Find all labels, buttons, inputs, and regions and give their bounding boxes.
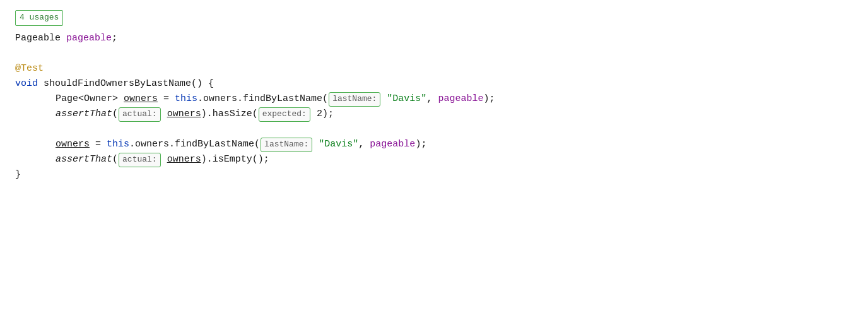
eq2: = [90,137,107,152]
usages-badge-line: 4 usages [15,10,853,28]
assert-that-2: assertThat [56,152,112,167]
space-actual-2 [161,152,167,167]
pageable-ref-1: pageable [438,92,483,107]
empty-line-2 [15,122,853,137]
test-annotation: @Test [15,61,44,76]
pageable-ref-2: pageable [370,137,415,152]
line-pageable: Pageable pageable; [15,31,853,46]
is-empty-2: ).isEmpty(); [201,152,269,167]
line-method-sig: void shouldFindOwnersByLastName() { [15,76,853,92]
usages-badge[interactable]: 4 usages [15,10,63,26]
close-paren-1: ); [483,92,495,107]
line-assert1: assertThat(actual: owners).hasSize(expec… [15,107,853,122]
pageable-var: pageable [66,31,112,46]
owners-var-1: owners [124,92,158,107]
owners-actual-1: owners [167,107,201,122]
method-name: shouldFindOwnersByLastName() { [38,76,214,92]
eq1: = [158,92,175,107]
line-find1: Page<Owner> owners = this.owners.findByL… [15,92,853,107]
owners-var-2: owners [56,137,90,152]
this-kw-2: this [107,137,129,152]
actual-hint-2: actual: [119,153,161,167]
has-size-1: ).hasSize( [201,107,258,122]
expected-hint-1: expected: [259,107,310,122]
davis-string-1: "Davis" [387,92,426,107]
actual-hint-1: actual: [119,107,161,122]
page-owner-type: Page<Owner> [56,92,124,107]
dot-owners-1: .owners.findByLastName( [197,92,328,107]
close-brace: } [15,167,21,182]
size-val-1: 2); [311,107,334,122]
pageable-type: Pageable [15,31,66,46]
lastname-hint-1: lastName: [329,92,380,107]
comma-pageable-1: , [426,92,438,107]
this-kw-1: this [175,92,197,107]
assert-that-1: assertThat [56,107,112,122]
close-paren-2: ); [415,137,426,152]
space-actual-1 [161,107,167,122]
line-close-brace: } [15,167,853,182]
line-assert2: assertThat(actual: owners).isEmpty(); [15,152,853,167]
open-assert-1: ( [112,107,118,122]
dot-owners-2: .owners.findByLastName( [129,137,260,152]
owners-actual-2: owners [167,152,201,167]
line-test-annotation: @Test [15,61,853,76]
space-2 [313,137,319,152]
comma-pageable-2: , [358,137,370,152]
line-find2: owners = this.owners.findByLastName(last… [15,137,853,152]
open-assert-2: ( [112,152,118,167]
space-1 [381,92,387,107]
lastname-hint-2: lastName: [261,138,312,152]
void-keyword: void [15,76,38,92]
davis-string-2: "Davis" [319,137,358,152]
pageable-semi: ; [112,31,117,46]
empty-line-1 [15,46,853,61]
code-container: 4 usages Pageable pageable; @Test void s… [15,10,853,182]
